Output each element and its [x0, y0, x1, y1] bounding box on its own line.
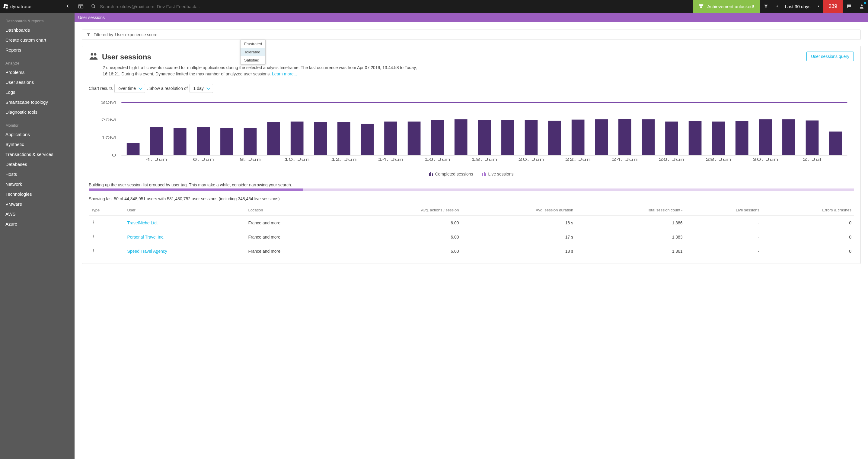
- sidebar-item-create-custom-chart[interactable]: Create custom chart: [0, 35, 74, 45]
- timeframe-prev[interactable]: [772, 4, 782, 8]
- col-avg-session-du-ration[interactable]: Avg. session du­ration: [461, 205, 576, 216]
- sidebar-item-problems[interactable]: Problems: [0, 67, 74, 77]
- sidebar-item-aws[interactable]: AWS: [0, 209, 74, 219]
- legend-item[interactable]: Completed sessions: [429, 172, 473, 176]
- sidebar-item-hosts[interactable]: Hosts: [0, 169, 74, 179]
- sidebar-item-smartscape-topology[interactable]: Smartscape topology: [0, 97, 74, 107]
- trophy-icon: [698, 3, 704, 9]
- user-link[interactable]: Personal Travel Inc.: [127, 235, 164, 239]
- svg-rect-39: [736, 121, 748, 155]
- main: Achievement unlocked! Last 30 days 239 U…: [74, 0, 868, 459]
- cell-duration: 16 s: [461, 216, 576, 230]
- search-wrap: [87, 0, 693, 13]
- filter-bar[interactable]: Filtered by User experience score: Frust…: [82, 30, 861, 40]
- sidebar-item-applications[interactable]: Applications: [0, 129, 74, 139]
- svg-rect-38: [712, 122, 725, 155]
- cell-count: 1,383: [576, 230, 685, 244]
- col-live-ses-sions[interactable]: Live ses­sions: [685, 205, 762, 216]
- timeframe-label[interactable]: Last 30 days: [782, 4, 814, 9]
- svg-point-7: [94, 53, 96, 56]
- svg-rect-23: [361, 124, 374, 155]
- svg-rect-28: [478, 120, 491, 155]
- table-row[interactable]: Personal Travel Inc.France and more6.001…: [89, 230, 854, 244]
- search-icon[interactable]: [87, 0, 100, 13]
- timeframe-next[interactable]: [814, 4, 823, 8]
- people-icon: [89, 52, 98, 62]
- achievement-banner[interactable]: Achievement unlocked!: [693, 0, 760, 13]
- breadcrumb: User sessions: [78, 15, 105, 20]
- sidebar-item-vmware[interactable]: VMware: [0, 199, 74, 209]
- sidebar-item-reports[interactable]: Reports: [0, 45, 74, 55]
- sessions-chart: 010M20M30M4. Jun6. Jun8. Jun10. Jun12. J…: [89, 100, 854, 170]
- timeframe-nav: Last 30 days: [772, 0, 823, 13]
- cell-location: France and more: [246, 216, 346, 230]
- svg-rect-26: [431, 120, 444, 155]
- legend-item[interactable]: Live sessions: [482, 172, 514, 176]
- sidebar-item-dashboards[interactable]: Dashboards: [0, 25, 74, 35]
- svg-rect-14: [150, 127, 163, 155]
- svg-rect-22: [337, 122, 350, 155]
- cell-errors: 0: [762, 230, 854, 244]
- sidebar-item-technologies[interactable]: Technologies: [0, 189, 74, 199]
- logo-icon: [3, 4, 8, 9]
- filter-icon[interactable]: [760, 0, 772, 13]
- svg-text:10M: 10M: [101, 136, 116, 140]
- sidebar-item-databases[interactable]: Databases: [0, 159, 74, 169]
- svg-rect-40: [759, 119, 772, 155]
- cell-location: France and more: [246, 244, 346, 258]
- cell-live: -: [685, 216, 762, 230]
- back-button[interactable]: [65, 3, 71, 10]
- svg-text:10. Jun: 10. Jun: [284, 157, 310, 161]
- filter-prefix: Filtered by: [94, 32, 113, 37]
- col-type[interactable]: Type: [89, 205, 125, 216]
- filter-option-tolerated[interactable]: Tolerated: [241, 48, 265, 56]
- svg-text:4. Jun: 4. Jun: [146, 157, 167, 161]
- sidebar-item-network[interactable]: Network: [0, 179, 74, 189]
- filter-option-satisfied[interactable]: Satisfied: [241, 56, 265, 64]
- cell-duration: 17 s: [461, 230, 576, 244]
- svg-text:14. Jun: 14. Jun: [378, 157, 404, 161]
- svg-rect-31: [548, 121, 561, 155]
- table-row[interactable]: TravelNiche Ltd.France and more6.0016 s1…: [89, 216, 854, 230]
- svg-text:20. Jun: 20. Jun: [518, 157, 544, 161]
- user-sessions-query-button[interactable]: User sessions query: [806, 52, 854, 61]
- svg-text:28. Jun: 28. Jun: [706, 157, 731, 161]
- svg-rect-41: [782, 119, 795, 155]
- sidebar-item-diagnostic-tools[interactable]: Diagnostic tools: [0, 107, 74, 117]
- col-user[interactable]: User: [125, 205, 246, 216]
- sidebar-item-logs[interactable]: Logs: [0, 87, 74, 97]
- profile-icon[interactable]: [855, 0, 868, 13]
- svg-point-3: [92, 4, 94, 7]
- sidebar-item-user-sessions[interactable]: User sessions: [0, 77, 74, 87]
- col-avg-actions-session[interactable]: Avg. actions / session: [346, 205, 462, 216]
- dashboard-icon[interactable]: [74, 0, 87, 13]
- user-link[interactable]: Speed Travel Agency: [127, 249, 167, 254]
- progress-bar: [89, 189, 854, 191]
- col-location[interactable]: Location: [246, 205, 346, 216]
- svg-rect-32: [571, 120, 585, 155]
- sidebar-item-transactions-services[interactable]: Transactions & services: [0, 149, 74, 159]
- sidebar-item-azure[interactable]: Azure: [0, 219, 74, 229]
- breadcrumb-bar: User sessions: [74, 13, 868, 22]
- chart-mode-select[interactable]: over time: [114, 84, 145, 93]
- problem-count[interactable]: 239: [823, 0, 843, 13]
- col-total-session-count[interactable]: Total session count: [576, 205, 685, 216]
- table-row[interactable]: Speed Travel AgencyFrance and more6.0018…: [89, 244, 854, 258]
- user-link[interactable]: TravelNiche Ltd.: [127, 221, 158, 225]
- svg-rect-62: [432, 173, 433, 176]
- cell-actions: 6.00: [346, 230, 462, 244]
- svg-line-4: [94, 7, 95, 8]
- sidebar-item-synthetic[interactable]: Synthetic: [0, 139, 74, 149]
- search-input[interactable]: [100, 4, 221, 9]
- person-icon: [91, 235, 95, 240]
- col-errors-crashes[interactable]: Errors & crashes: [762, 205, 854, 216]
- sidebar: dynatrace Dashboards & reportsDashboards…: [0, 0, 74, 459]
- logo[interactable]: dynatrace: [3, 4, 65, 9]
- filter-option-frustrated[interactable]: Frustrated: [241, 40, 265, 48]
- svg-text:2. Jul: 2. Jul: [803, 157, 822, 161]
- learn-more-link[interactable]: Learn more...: [272, 71, 297, 76]
- svg-text:18. Jun: 18. Jun: [471, 157, 497, 161]
- topbar: Achievement unlocked! Last 30 days 239: [74, 0, 868, 13]
- resolution-select[interactable]: 1 day: [189, 84, 213, 93]
- chat-icon[interactable]: [843, 0, 855, 13]
